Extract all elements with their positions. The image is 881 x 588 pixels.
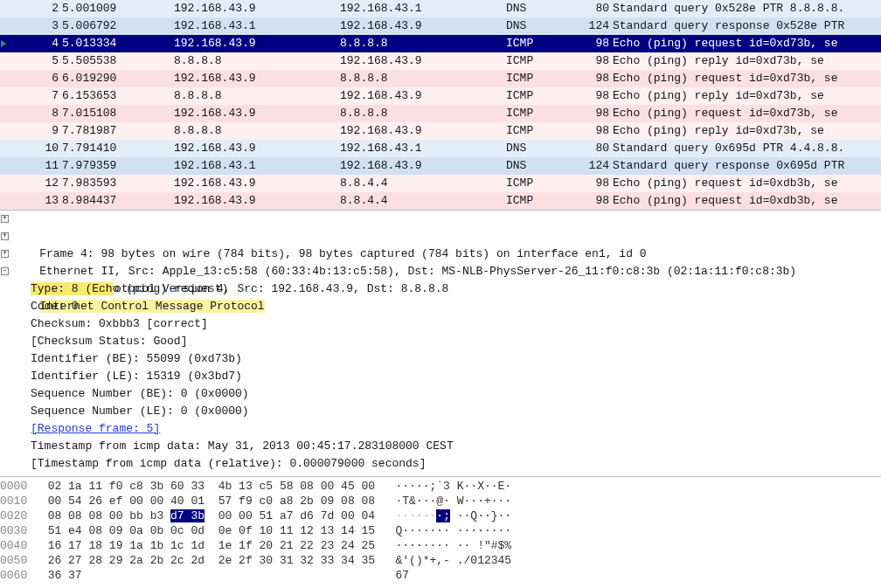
col-time: 8.984437 <box>60 192 174 210</box>
hex-line[interactable]: 0020 08 08 08 00 bb b3 d7 3b 00 00 51 a7… <box>0 508 881 523</box>
col-time: 5.006792 <box>60 17 174 35</box>
col-source: 192.168.43.9 <box>174 140 340 157</box>
hex-line[interactable]: 0000 02 1a 11 f0 c8 3b 60 33 4b 13 c5 58… <box>0 479 881 494</box>
col-info: Standard query 0x528e PTR 8.8.8.8. <box>611 0 881 17</box>
col-no: 9 <box>11 122 60 140</box>
col-source: 192.168.43.9 <box>174 0 340 17</box>
expand-icon[interactable]: + <box>1 215 9 223</box>
packet-row[interactable]: 138.984437192.168.43.98.8.4.4ICMP98Echo … <box>0 192 881 210</box>
packet-row[interactable]: 55.5055388.8.8.8192.168.43.9ICMP98Echo (… <box>0 52 881 70</box>
col-length: 80 <box>576 0 611 17</box>
row-marker-icon <box>0 192 11 210</box>
hex-line[interactable]: 0010 00 54 26 ef 00 00 40 01 57 f9 c0 a8… <box>0 494 881 508</box>
packet-row[interactable]: 127.983593192.168.43.98.8.4.4ICMP98Echo … <box>0 175 881 192</box>
col-destination: 8.8.4.4 <box>340 175 506 192</box>
collapse-icon[interactable]: - <box>1 267 9 275</box>
hex-line[interactable]: 0060 36 37 67 <box>0 568 881 583</box>
hex-offset: 0040 <box>0 539 27 552</box>
row-marker-icon <box>0 52 11 70</box>
col-length: 98 <box>576 122 611 140</box>
hex-offset: 0000 <box>0 480 27 493</box>
detail-timestamp[interactable]: Timestamp from icmp data: May 31, 2013 0… <box>0 438 881 455</box>
col-protocol: DNS <box>506 157 576 175</box>
col-info: Standard query 0x695d PTR 4.4.8.8. <box>611 140 881 157</box>
col-protocol: DNS <box>506 140 576 157</box>
hex-offset: 0060 <box>0 569 27 582</box>
packet-row[interactable]: 35.006792192.168.43.1192.168.43.9DNS124S… <box>0 17 881 35</box>
col-destination: 192.168.43.9 <box>340 17 506 35</box>
hex-line[interactable]: 0030 51 e4 08 09 0a 0b 0c 0d 0e 0f 10 11… <box>0 523 881 538</box>
packet-row[interactable]: 107.791410192.168.43.9192.168.43.1DNS80S… <box>0 140 881 157</box>
col-no: 12 <box>11 175 60 192</box>
detail-ip[interactable]: + Internet Protocol Version 4, Src: 192.… <box>0 246 881 263</box>
hex-offset: 0020 <box>0 509 27 522</box>
col-length: 80 <box>576 140 611 157</box>
col-protocol: ICMP <box>506 70 576 87</box>
row-marker-icon <box>0 87 11 105</box>
detail-icmp[interactable]: - Internet Control Message Protocol <box>0 263 881 280</box>
row-marker-icon <box>0 17 11 35</box>
packet-row[interactable]: 117.979359192.168.43.1192.168.43.9DNS124… <box>0 157 881 175</box>
detail-seq-le[interactable]: Sequence Number (LE): 0 (0x0000) <box>0 403 881 420</box>
detail-checksum[interactable]: Checksum: 0xbbb3 [correct] <box>0 315 881 333</box>
detail-seq-be[interactable]: Sequence Number (BE): 0 (0x0000) <box>0 385 881 403</box>
hex-offset: 0030 <box>0 524 27 537</box>
col-info: Standard query response 0x528e PTR <box>611 17 881 35</box>
col-time: 7.979359 <box>60 157 174 175</box>
col-source: 192.168.43.9 <box>174 35 340 52</box>
col-protocol: DNS <box>506 17 576 35</box>
col-length: 98 <box>576 175 611 192</box>
col-time: 6.153653 <box>60 87 174 105</box>
detail-id-le[interactable]: Identifier (LE): 15319 (0x3bd7) <box>0 368 881 385</box>
hex-dump: 0000 02 1a 11 f0 c8 3b 60 33 4b 13 c5 58… <box>0 476 881 583</box>
expand-icon[interactable]: + <box>1 232 9 240</box>
detail-id-be[interactable]: Identifier (BE): 55099 (0xd73b) <box>0 350 881 368</box>
packet-row[interactable]: 97.7819878.8.8.8192.168.43.9ICMP98Echo (… <box>0 122 881 140</box>
col-source: 8.8.8.8 <box>174 122 340 140</box>
detail-code[interactable]: Code: 0 <box>0 298 881 315</box>
col-time: 7.791410 <box>60 140 174 157</box>
hex-line[interactable]: 0050 26 27 28 29 2a 2b 2c 2d 2e 2f 30 31… <box>0 553 881 568</box>
col-no: 4 <box>11 35 60 52</box>
detail-timestamp-rel[interactable]: [Timestamp from icmp data (relative): 0.… <box>0 455 881 473</box>
detail-response-link[interactable]: [Response frame: 5] <box>0 420 881 438</box>
col-source: 8.8.8.8 <box>174 52 340 70</box>
col-protocol: ICMP <box>506 87 576 105</box>
packet-row[interactable]: 45.013334192.168.43.98.8.8.8ICMP98Echo (… <box>0 35 881 52</box>
col-protocol: ICMP <box>506 35 576 52</box>
detail-frame[interactable]: + Frame 4: 98 bytes on wire (784 bits), … <box>0 211 881 228</box>
hex-line[interactable]: 0040 16 17 18 19 1a 1b 1c 1d 1e 1f 20 21… <box>0 538 881 553</box>
row-marker-icon <box>0 70 11 87</box>
detail-ethernet[interactable]: + Ethernet II, Src: Apple_13:c5:58 (60:3… <box>0 228 881 246</box>
packet-row[interactable]: 87.015108192.168.43.98.8.8.8ICMP98Echo (… <box>0 105 881 122</box>
col-no: 10 <box>11 140 60 157</box>
row-marker-icon <box>0 175 11 192</box>
col-source: 192.168.43.9 <box>174 192 340 210</box>
col-time: 5.001009 <box>60 0 174 17</box>
col-source: 192.168.43.1 <box>174 157 340 175</box>
row-marker-icon <box>0 122 11 140</box>
col-info: Echo (ping) reply id=0xd73b, se <box>611 87 881 105</box>
col-source: 192.168.43.9 <box>174 70 340 87</box>
col-time: 7.781987 <box>60 122 174 140</box>
row-marker-icon <box>0 157 11 175</box>
col-length: 124 <box>576 157 611 175</box>
col-protocol: ICMP <box>506 105 576 122</box>
col-destination: 192.168.43.9 <box>340 87 506 105</box>
packet-row[interactable]: 66.019290192.168.43.98.8.8.8ICMP98Echo (… <box>0 70 881 87</box>
col-time: 5.013334 <box>60 35 174 52</box>
col-no: 3 <box>11 17 60 35</box>
detail-checksum-status[interactable]: [Checksum Status: Good] <box>0 333 881 350</box>
col-destination: 8.8.8.8 <box>340 105 506 122</box>
col-protocol: ICMP <box>506 175 576 192</box>
row-marker-icon <box>0 35 11 52</box>
detail-type[interactable]: Type: 8 (Echo (ping) request) <box>0 280 881 298</box>
col-source: 192.168.43.9 <box>174 105 340 122</box>
expand-icon[interactable]: + <box>1 250 9 258</box>
col-length: 98 <box>576 192 611 210</box>
col-no: 7 <box>11 87 60 105</box>
col-destination: 8.8.8.8 <box>340 70 506 87</box>
packet-row[interactable]: 76.1536538.8.8.8192.168.43.9ICMP98Echo (… <box>0 87 881 105</box>
packet-row[interactable]: 25.001009192.168.43.9192.168.43.1DNS80St… <box>0 0 881 17</box>
col-length: 124 <box>576 17 611 35</box>
